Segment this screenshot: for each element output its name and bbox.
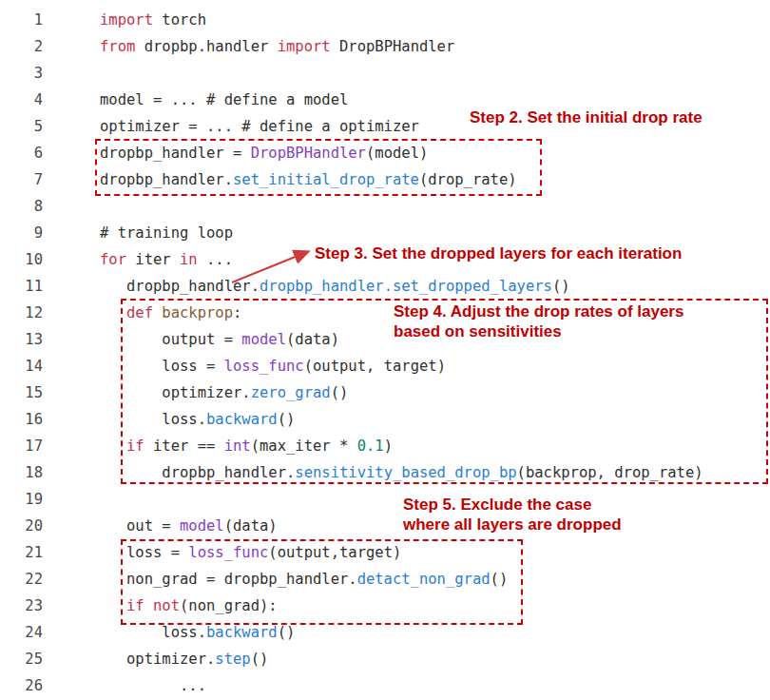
code-text: loss = loss_func(output, target) bbox=[100, 353, 446, 379]
code-figure: { "colors": { "keyword": "#c5334e", "fun… bbox=[0, 0, 770, 700]
code-line: 24 loss.backward() bbox=[0, 619, 770, 646]
annotation-step5: Step 5. Exclude the case where all layer… bbox=[403, 495, 622, 535]
line-number: 6 bbox=[0, 140, 43, 166]
annotation-step5-line1: Step 5. Exclude the case bbox=[403, 495, 622, 515]
code-text: loss.backward() bbox=[100, 619, 295, 646]
line-number: 1 bbox=[0, 7, 43, 33]
line-number: 16 bbox=[0, 406, 43, 433]
line-number: 9 bbox=[0, 220, 43, 246]
code-line: 26 ... bbox=[0, 672, 770, 699]
code-text: non_grad = dropbp_handler.detact_non_gra… bbox=[100, 566, 508, 593]
line-number: 21 bbox=[0, 539, 43, 566]
annotation-step3: Step 3. Set the dropped layers for each … bbox=[315, 243, 682, 263]
code-text: if not(non_grad): bbox=[100, 593, 278, 619]
line-number: 13 bbox=[0, 326, 43, 353]
line-number: 3 bbox=[0, 60, 43, 87]
code-text: optimizer.zero_grad() bbox=[100, 379, 348, 406]
code-text: model = ... # define a model bbox=[100, 87, 348, 113]
line-number: 2 bbox=[0, 33, 43, 60]
annotation-step4: Step 4. Adjust the drop rates of layers … bbox=[394, 301, 683, 341]
code-text: optimizer = ... # define a optimizer bbox=[100, 113, 419, 140]
code-text: if iter == int(max_iter * 0.1) bbox=[100, 433, 393, 459]
line-number: 26 bbox=[0, 672, 43, 699]
annotation-step4-line1: Step 4. Adjust the drop rates of layers bbox=[394, 301, 683, 321]
code-text: for iter in ... bbox=[100, 246, 233, 273]
line-number: 8 bbox=[0, 193, 43, 220]
code-text: # training loop bbox=[100, 220, 233, 246]
code-line: 6dropbp_handler = DropBPHandler(model) bbox=[0, 140, 770, 166]
annotation-step4-line2: based on sensitivities bbox=[394, 321, 683, 341]
code-line: 23 if not(non_grad): bbox=[0, 593, 770, 619]
code-line: 3 bbox=[0, 60, 770, 87]
code-text: dropbp_handler = DropBPHandler(model) bbox=[100, 140, 428, 166]
code-line: 22 non_grad = dropbp_handler.detact_non_… bbox=[0, 566, 770, 593]
code-line: 11 dropbp_handler.dropbp_handler.set_dro… bbox=[0, 273, 770, 300]
code-line: 20 out = model(data) bbox=[0, 513, 770, 539]
code-line: 21 loss = loss_func(output,target) bbox=[0, 539, 770, 566]
line-number: 11 bbox=[0, 273, 43, 300]
code-line: 9# training loop bbox=[0, 220, 770, 246]
line-number: 5 bbox=[0, 113, 43, 140]
annotation-step5-line2: where all layers are dropped bbox=[403, 515, 622, 535]
line-number: 22 bbox=[0, 566, 43, 593]
code-text: ... bbox=[100, 672, 206, 699]
code-line: 7dropbp_handler.set_initial_drop_rate(dr… bbox=[0, 166, 770, 193]
code-text: loss = loss_func(output,target) bbox=[100, 539, 401, 566]
line-number: 10 bbox=[0, 246, 43, 273]
code-line: 18 dropbp_handler.sensitivity_based_drop… bbox=[0, 459, 770, 486]
code-line: 8 bbox=[0, 193, 770, 220]
code-text: dropbp_handler.dropbp_handler.set_droppe… bbox=[100, 273, 570, 300]
line-number: 24 bbox=[0, 619, 43, 646]
code-text: out = model(data) bbox=[100, 513, 278, 539]
code-text: output = model(data) bbox=[100, 326, 339, 353]
line-number: 19 bbox=[0, 486, 43, 513]
code-text: dropbp_handler.set_initial_drop_rate(dro… bbox=[100, 166, 517, 193]
code-line: 17 if iter == int(max_iter * 0.1) bbox=[0, 433, 770, 459]
code-text: import torch bbox=[100, 7, 206, 33]
code-line: 15 optimizer.zero_grad() bbox=[0, 379, 770, 406]
code-text: dropbp_handler.sensitivity_based_drop_bp… bbox=[100, 459, 703, 486]
line-number: 4 bbox=[0, 87, 43, 113]
line-number: 12 bbox=[0, 300, 43, 326]
annotation-step2: Step 2. Set the initial drop rate bbox=[470, 107, 703, 127]
line-number: 20 bbox=[0, 513, 43, 539]
code-text: optimizer.step() bbox=[100, 646, 268, 672]
code-text: def backprop: bbox=[100, 300, 241, 326]
line-number: 15 bbox=[0, 379, 43, 406]
code-text: loss.backward() bbox=[100, 406, 295, 433]
code-line: 14 loss = loss_func(output, target) bbox=[0, 353, 770, 379]
code-line: 25 optimizer.step() bbox=[0, 646, 770, 672]
line-number: 23 bbox=[0, 593, 43, 619]
line-number: 17 bbox=[0, 433, 43, 459]
arrow-step3-icon bbox=[217, 240, 321, 287]
line-number: 14 bbox=[0, 353, 43, 379]
line-number: 7 bbox=[0, 166, 43, 193]
code-line: 19 bbox=[0, 486, 770, 513]
code-line: 16 loss.backward() bbox=[0, 406, 770, 433]
line-number: 25 bbox=[0, 646, 43, 672]
code-line: 1import torch bbox=[0, 7, 770, 33]
code-line: 2from dropbp.handler import DropBPHandle… bbox=[0, 33, 770, 60]
code-text: from dropbp.handler import DropBPHandler bbox=[100, 33, 454, 60]
line-number: 18 bbox=[0, 459, 43, 486]
